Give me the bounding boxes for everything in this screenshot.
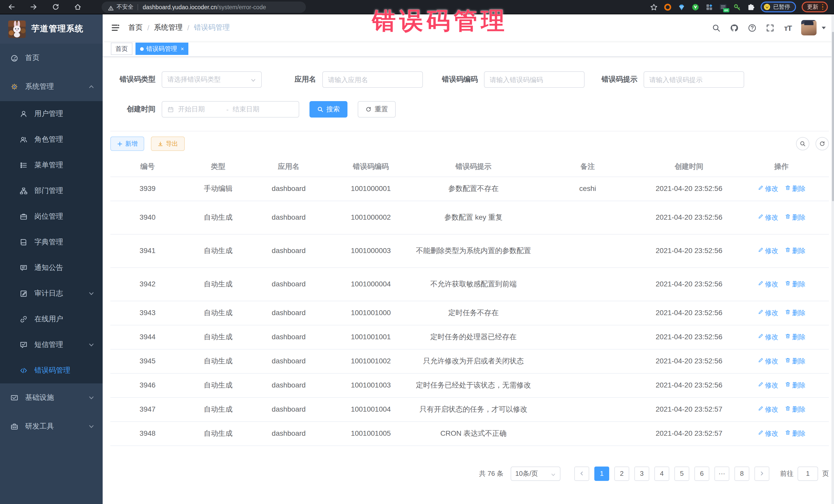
sidebar-logo[interactable]: 芋道管理系统 xyxy=(0,14,103,44)
browser-address-bar[interactable]: 不安全 dashboard.yudao.iocoder.cn/system/er… xyxy=(102,1,306,13)
sidebar-item-dept-management[interactable]: 部门管理 xyxy=(0,178,103,204)
reset-button[interactable]: 重置 xyxy=(358,101,396,117)
tag-close-icon[interactable]: × xyxy=(181,46,184,52)
error-message-input[interactable] xyxy=(644,72,744,87)
extension-key-icon[interactable] xyxy=(733,3,741,11)
tag-home[interactable]: 首页 xyxy=(111,43,132,55)
browser-home-icon[interactable] xyxy=(73,3,82,11)
page-button-6[interactable]: 6 xyxy=(695,466,709,481)
cell-id: 3947 xyxy=(110,397,185,421)
sidebar-item-dict-management[interactable]: 字典管理 xyxy=(0,229,103,255)
add-button[interactable]: 新增 xyxy=(110,136,144,151)
extension-grid-icon[interactable] xyxy=(705,3,713,11)
sidebar-item-home[interactable]: 首页 xyxy=(0,44,103,72)
page-button-2[interactable]: 2 xyxy=(614,466,629,481)
delete-link[interactable]: 删除 xyxy=(785,307,806,318)
edit-link[interactable]: 修改 xyxy=(757,307,778,318)
edit-link[interactable]: 修改 xyxy=(757,428,778,439)
sidebar-item-user-management[interactable]: 用户管理 xyxy=(0,101,103,127)
search-button[interactable]: 搜索 xyxy=(309,101,348,117)
browser-forward-icon[interactable] xyxy=(29,3,38,11)
page-ellipsis[interactable]: ··· xyxy=(715,466,729,481)
page-button-1[interactable]: 1 xyxy=(594,466,609,481)
sidebar-item-error-code-management[interactable]: 错误码管理 xyxy=(0,358,103,384)
browser-back-icon[interactable] xyxy=(7,3,16,11)
sidebar-item-role-management[interactable]: 角色管理 xyxy=(0,127,103,152)
sidebar-item-menu-management[interactable]: 菜单管理 xyxy=(0,152,103,178)
prev-page-button[interactable] xyxy=(574,466,589,481)
refresh-table-button[interactable] xyxy=(815,137,829,150)
github-icon[interactable] xyxy=(729,23,739,32)
error-type-select[interactable]: 请选择错误码类型 xyxy=(162,71,262,88)
browser-profile-chip[interactable]: 已暂停 xyxy=(760,2,796,12)
sidebar-item-online-users[interactable]: 在线用户 xyxy=(0,306,103,332)
app-name-input[interactable] xyxy=(323,72,422,87)
page-button-3[interactable]: 3 xyxy=(634,466,649,481)
extensions-puzzle-icon[interactable] xyxy=(746,3,755,11)
edit-link[interactable]: 修改 xyxy=(757,380,778,391)
page-button-8[interactable]: 8 xyxy=(734,466,749,481)
sidebar-item-dev-tools[interactable]: 研发工具 xyxy=(0,412,103,441)
trash-icon xyxy=(785,279,791,289)
avatar-caret-down-icon[interactable] xyxy=(822,26,826,29)
cell-message: 定时任务已经处于该状态，无需修改 xyxy=(416,373,531,397)
sidebar-item-notice-announcement[interactable]: 通知公告 xyxy=(0,255,103,281)
delete-link[interactable]: 删除 xyxy=(785,380,806,391)
cell-app: dashboard xyxy=(251,267,326,301)
pagination: 共 76 条 10条/页 123456···8 前往 页 xyxy=(110,466,829,481)
delete-link[interactable]: 删除 xyxy=(785,356,806,367)
page-button-4[interactable]: 4 xyxy=(654,466,669,481)
next-page-button[interactable] xyxy=(754,466,769,481)
table-header-row: 编号类型应用名错误码编码错误码提示备注创建时间操作 xyxy=(110,157,829,177)
scrollbar-thumb[interactable] xyxy=(832,32,834,201)
help-icon[interactable] xyxy=(747,23,756,32)
sidebar-item-audit-log[interactable]: 审计日志 xyxy=(0,281,103,306)
show-search-toggle-button[interactable] xyxy=(796,137,809,150)
edit-link[interactable]: 修改 xyxy=(757,356,778,367)
cell-message: 参数配置 key 重复 xyxy=(416,201,531,234)
breadcrumb-item[interactable]: 系统管理 xyxy=(154,23,183,32)
user-avatar[interactable] xyxy=(801,20,816,36)
fullscreen-icon[interactable] xyxy=(765,23,774,32)
delete-link[interactable]: 删除 xyxy=(785,245,806,256)
edit-link[interactable]: 修改 xyxy=(757,245,778,256)
browser-menu-kebab-icon[interactable] xyxy=(821,4,824,10)
page-size-select[interactable]: 10条/页 xyxy=(511,466,561,481)
sidebar-item-post-management[interactable]: 岗位管理 xyxy=(0,204,103,229)
edit-link[interactable]: 修改 xyxy=(757,279,778,289)
sidebar-item-system-management[interactable]: 系统管理 xyxy=(0,72,103,101)
export-button[interactable]: 导出 xyxy=(151,136,185,151)
browser-update-button[interactable]: 更新 xyxy=(802,2,828,12)
cell-app: dashboard xyxy=(251,349,326,373)
delete-link[interactable]: 删除 xyxy=(785,428,806,439)
edit-link[interactable]: 修改 xyxy=(757,212,778,223)
sidebar-toggle-icon[interactable] xyxy=(111,23,120,32)
edit-link[interactable]: 修改 xyxy=(757,404,778,415)
breadcrumb-item[interactable]: 首页 xyxy=(128,23,143,32)
font-size-icon[interactable]: тT xyxy=(783,23,792,32)
page-button-5[interactable]: 5 xyxy=(674,466,689,481)
window-scrollbar[interactable] xyxy=(831,14,834,504)
browser-reload-icon[interactable] xyxy=(51,3,60,11)
goto-page-input[interactable] xyxy=(797,466,818,481)
edit-link[interactable]: 修改 xyxy=(757,332,778,342)
error-code-input[interactable] xyxy=(484,72,584,87)
delete-link[interactable]: 删除 xyxy=(785,279,806,289)
delete-link[interactable]: 删除 xyxy=(785,212,806,223)
delete-link[interactable]: 删除 xyxy=(785,183,806,194)
extension-list-on-icon[interactable]: on xyxy=(719,3,727,11)
cell-id: 3939 xyxy=(110,177,185,201)
search-icon[interactable] xyxy=(711,23,721,32)
extension-orange-icon[interactable] xyxy=(663,3,672,11)
extension-vue-icon[interactable] xyxy=(691,3,699,11)
create-time-range-picker[interactable]: 开始日期 - 结束日期 xyxy=(162,101,299,117)
bookmark-star-icon[interactable] xyxy=(650,3,658,11)
extension-gem-icon[interactable] xyxy=(677,3,685,11)
delete-link[interactable]: 删除 xyxy=(785,332,806,342)
sidebar-item-sms-management[interactable]: 短信管理 xyxy=(0,332,103,358)
tag-error-code[interactable]: 错误码管理× xyxy=(135,43,189,55)
edit-link[interactable]: 修改 xyxy=(757,183,778,194)
sidebar-item-infrastructure[interactable]: 基础设施 xyxy=(0,384,103,412)
delete-link[interactable]: 删除 xyxy=(785,404,806,415)
edit-icon xyxy=(757,404,764,415)
